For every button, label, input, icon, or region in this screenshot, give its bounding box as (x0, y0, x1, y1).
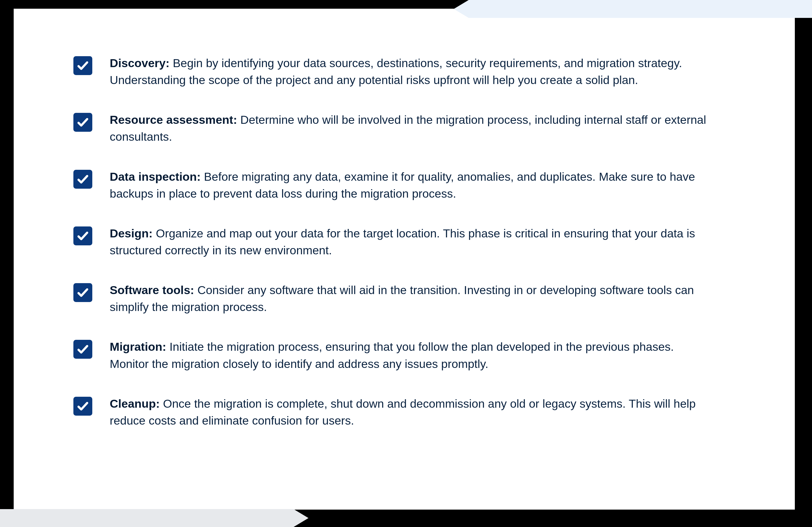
checkbox-checked-icon (73, 113, 92, 132)
list-item-text: Migration: Initiate the migration proces… (110, 338, 715, 372)
list-item-body: Organize and map out your data for the t… (110, 227, 695, 257)
list-item-body: Consider any software that will aid in t… (110, 283, 694, 314)
checkbox-checked-icon (73, 226, 92, 245)
bottom-arrow-decoration (0, 509, 308, 527)
list-item: Data inspection: Before migrating any da… (73, 168, 715, 202)
list-item-title: Discovery: (110, 57, 173, 70)
checklist: Discovery: Begin by identifying your dat… (73, 55, 715, 429)
top-arrow-decoration (454, 0, 812, 18)
list-item-title: Resource assessment: (110, 113, 240, 126)
list-item-text: Discovery: Begin by identifying your dat… (110, 55, 715, 89)
list-item: Cleanup: Once the migration is complete,… (73, 395, 715, 429)
list-item-text: Data inspection: Before migrating any da… (110, 168, 715, 202)
list-item-title: Cleanup: (110, 397, 163, 410)
list-item: Migration: Initiate the migration proces… (73, 338, 715, 372)
list-item-title: Data inspection: (110, 170, 204, 183)
list-item: Design: Organize and map out your data f… (73, 225, 715, 259)
stage: Discovery: Begin by identifying your dat… (0, 0, 812, 527)
list-item-body: Initiate the migration process, ensuring… (110, 340, 674, 370)
list-item-text: Software tools: Consider any software th… (110, 282, 715, 315)
list-item: Software tools: Consider any software th… (73, 282, 715, 315)
list-item-text: Design: Organize and map out your data f… (110, 225, 715, 259)
checkbox-checked-icon (73, 56, 92, 75)
checkbox-checked-icon (73, 397, 92, 416)
checkbox-checked-icon (73, 283, 92, 302)
arrow-shaft (0, 509, 293, 527)
list-item-title: Design: (110, 227, 156, 240)
list-item-body: Begin by identifying your data sources, … (110, 57, 682, 87)
arrow-left-head-icon (454, 0, 469, 18)
list-item: Resource assessment: Determine who will … (73, 111, 715, 145)
checkbox-checked-icon (73, 170, 92, 189)
list-item-text: Cleanup: Once the migration is complete,… (110, 395, 715, 429)
checkbox-checked-icon (73, 340, 92, 359)
list-item: Discovery: Begin by identifying your dat… (73, 55, 715, 89)
arrow-shaft (469, 0, 812, 18)
list-item-text: Resource assessment: Determine who will … (110, 111, 715, 145)
list-item-title: Migration: (110, 340, 170, 353)
list-item-title: Software tools: (110, 283, 198, 297)
arrow-right-head-icon (293, 509, 308, 527)
list-item-body: Once the migration is complete, shut dow… (110, 397, 696, 427)
